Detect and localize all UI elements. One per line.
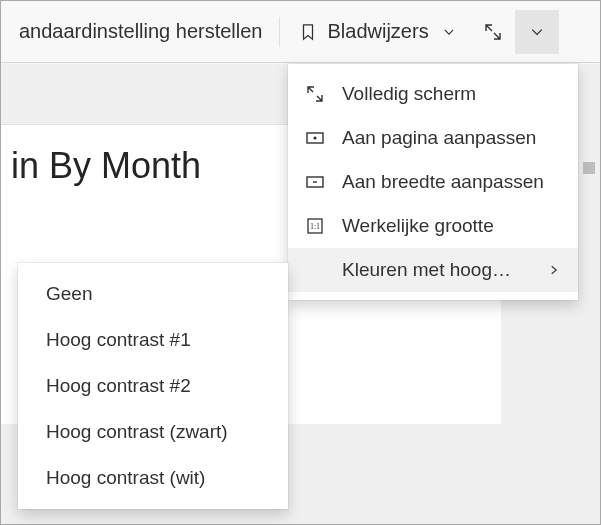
scrollbar-thumb[interactable] [583, 162, 595, 174]
menu-item-label: Volledig scherm [342, 83, 562, 105]
more-menu-button[interactable] [515, 10, 559, 54]
menu-item-fullscreen[interactable]: Volledig scherm [288, 72, 578, 116]
menu-item-actual-size[interactable]: 1:1 Werkelijke grootte [288, 204, 578, 248]
toolbar: andaardinstelling herstellen Bladwijzers [1, 1, 600, 63]
menu-item-fit-width[interactable]: Aan breedte aanpassen [288, 160, 578, 204]
bookmark-icon [298, 22, 318, 42]
submenu-item-none[interactable]: Geen [18, 271, 288, 317]
high-contrast-submenu: Geen Hoog contrast #1 Hoog contrast #2 H… [18, 263, 288, 509]
chevron-down-icon [529, 24, 545, 40]
view-menu: Volledig scherm Aan pagina aanpassen Aan… [288, 64, 578, 300]
menu-item-fit-page[interactable]: Aan pagina aanpassen [288, 116, 578, 160]
app-window: andaardinstelling herstellen Bladwijzers [0, 0, 601, 525]
toolbar-divider [279, 17, 280, 47]
vertical-scrollbar[interactable] [580, 64, 598, 504]
menu-item-high-contrast-colors[interactable]: Kleuren met hoog… [288, 248, 578, 292]
expand-icon [304, 83, 326, 105]
blank-icon [304, 259, 326, 281]
expand-icon [483, 22, 503, 42]
actual-size-icon: 1:1 [304, 215, 326, 237]
fit-width-icon [304, 171, 326, 193]
fullscreen-button[interactable] [471, 10, 515, 54]
svg-point-1 [313, 136, 316, 139]
chevron-down-icon [439, 22, 459, 42]
menu-item-label: Kleuren met hoog… [342, 259, 530, 281]
menu-item-label: Aan pagina aanpassen [342, 127, 562, 149]
fit-page-icon [304, 127, 326, 149]
chevron-right-icon [546, 262, 562, 278]
submenu-item-hc2[interactable]: Hoog contrast #2 [18, 363, 288, 409]
bookmarks-label: Bladwijzers [328, 20, 429, 43]
submenu-item-hc-white[interactable]: Hoog contrast (wit) [18, 455, 288, 501]
menu-item-label: Werkelijke grootte [342, 215, 562, 237]
svg-text:1:1: 1:1 [310, 222, 320, 231]
bookmarks-button[interactable]: Bladwijzers [286, 14, 471, 49]
restore-default-button[interactable]: andaardinstelling herstellen [9, 14, 273, 49]
submenu-item-hc1[interactable]: Hoog contrast #1 [18, 317, 288, 363]
submenu-item-hc-black[interactable]: Hoog contrast (zwart) [18, 409, 288, 455]
menu-item-label: Aan breedte aanpassen [342, 171, 562, 193]
